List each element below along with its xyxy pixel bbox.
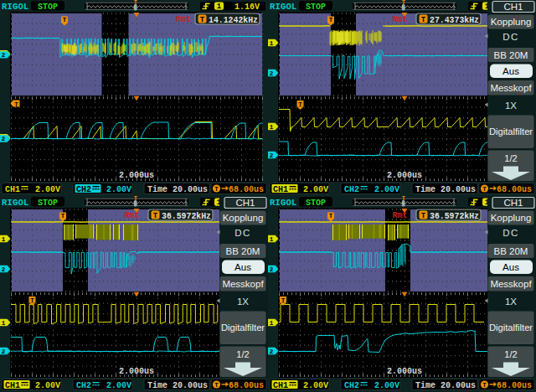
svg-text:CH1: CH1 — [273, 381, 288, 390]
svg-text:T: T — [63, 17, 67, 23]
svg-text:2.00V: 2.00V — [106, 185, 131, 194]
svg-text:1: 1 — [270, 40, 274, 47]
svg-text:68.00us: 68.00us — [497, 381, 532, 390]
svg-text:2: 2 — [270, 348, 274, 355]
svg-text:CH1: CH1 — [5, 381, 20, 390]
svg-text:2: 2 — [2, 136, 6, 142]
svg-text:T: T — [30, 297, 34, 304]
svg-text:2.000us: 2.000us — [387, 171, 422, 180]
svg-text:2.00V: 2.00V — [106, 381, 131, 390]
svg-text:Kopplung: Kopplung — [491, 17, 532, 27]
svg-text:Aus: Aus — [502, 262, 519, 272]
svg-text:T: T — [298, 101, 302, 108]
svg-text:2.000us: 2.000us — [119, 171, 154, 180]
svg-text:Kopplung: Kopplung — [223, 213, 264, 223]
svg-text:Messkopf: Messkopf — [222, 279, 264, 289]
svg-text:CH1: CH1 — [5, 185, 20, 194]
svg-text:1: 1 — [217, 3, 222, 11]
svg-text:Time 20.00us: Time 20.00us — [415, 185, 476, 194]
svg-text:2.000us: 2.000us — [387, 367, 422, 376]
svg-text:BB 20M: BB 20M — [494, 246, 528, 256]
svg-text:T: T — [281, 297, 286, 304]
svg-text:T: T — [134, 196, 137, 202]
svg-text:T: T — [421, 212, 426, 220]
svg-text:Rmt: Rmt — [393, 211, 408, 220]
svg-text:Time 20.00us: Time 20.00us — [147, 185, 208, 194]
svg-text:2.00V: 2.00V — [303, 185, 328, 194]
svg-text:T: T — [214, 382, 219, 389]
svg-text:CH1: CH1 — [235, 198, 255, 208]
svg-text:2.00V: 2.00V — [374, 381, 399, 390]
svg-text:1X: 1X — [237, 297, 249, 307]
svg-text:CH1: CH1 — [503, 2, 523, 12]
svg-text:2.00V: 2.00V — [35, 185, 60, 194]
svg-text:T: T — [329, 17, 333, 23]
svg-text:RIGOL: RIGOL — [2, 2, 29, 12]
svg-text:T: T — [329, 213, 333, 219]
svg-text:Digitalfilter: Digitalfilter — [489, 322, 533, 333]
svg-text:Messkopf: Messkopf — [490, 83, 532, 93]
svg-text:T: T — [14, 101, 18, 108]
svg-text:Aus: Aus — [502, 66, 519, 76]
svg-text:1: 1 — [2, 236, 6, 243]
svg-text:68.00us: 68.00us — [229, 185, 264, 194]
svg-text:1: 1 — [270, 236, 274, 243]
svg-text:BB 20M: BB 20M — [226, 246, 260, 256]
svg-text:RIGOL: RIGOL — [270, 2, 297, 12]
svg-text:2: 2 — [2, 348, 6, 355]
svg-text:1/2: 1/2 — [236, 349, 249, 359]
svg-text:T: T — [214, 186, 219, 193]
svg-text:1: 1 — [2, 320, 6, 327]
svg-text:2: 2 — [270, 152, 274, 159]
svg-text:DC: DC — [502, 228, 519, 238]
svg-text:1/2: 1/2 — [504, 153, 517, 163]
svg-text:CH2: CH2 — [76, 381, 91, 390]
svg-text:Kopplung: Kopplung — [491, 213, 532, 223]
svg-text:2: 2 — [2, 266, 6, 273]
svg-text:2: 2 — [2, 52, 6, 59]
svg-text:T: T — [61, 213, 65, 219]
svg-text:STOP: STOP — [306, 3, 326, 12]
svg-text:CH2: CH2 — [76, 185, 91, 194]
svg-text:27.4373kHz: 27.4373kHz — [430, 14, 479, 25]
svg-text:36.5972kHz: 36.5972kHz — [162, 210, 211, 221]
svg-text:2.00V: 2.00V — [374, 185, 399, 194]
svg-text:Rmt: Rmt — [125, 211, 140, 220]
svg-text:DC: DC — [502, 32, 519, 42]
svg-text:STOP: STOP — [38, 3, 58, 12]
svg-text:BB 20M: BB 20M — [494, 50, 528, 60]
svg-text:Digitalfilter: Digitalfilter — [221, 322, 265, 333]
svg-text:T: T — [153, 212, 158, 220]
svg-text:DC: DC — [234, 228, 251, 238]
svg-text:1.16V: 1.16V — [234, 3, 260, 12]
svg-text:1/2: 1/2 — [504, 349, 517, 359]
svg-text:STOP: STOP — [38, 199, 58, 208]
svg-text:Messkopf: Messkopf — [490, 279, 532, 289]
svg-text:T: T — [482, 382, 487, 389]
svg-text:T: T — [200, 16, 205, 24]
svg-text:Rmt: Rmt — [176, 15, 191, 24]
svg-text:CH2: CH2 — [344, 381, 359, 390]
svg-text:68.00us: 68.00us — [497, 185, 532, 194]
svg-text:T: T — [134, 0, 137, 6]
svg-text:2.000us: 2.000us — [119, 367, 154, 376]
svg-text:1: 1 — [270, 320, 274, 327]
svg-text:T: T — [482, 186, 487, 193]
svg-text:2: 2 — [270, 266, 274, 273]
svg-text:36.5972kHz: 36.5972kHz — [430, 210, 479, 221]
svg-text:2: 2 — [270, 70, 274, 77]
svg-text:Digitalfilter: Digitalfilter — [489, 126, 533, 137]
svg-text:2.00V: 2.00V — [35, 381, 60, 390]
svg-text:Time 20.00us: Time 20.00us — [147, 381, 208, 390]
svg-text:1: 1 — [270, 124, 274, 131]
svg-text:68.00us: 68.00us — [229, 381, 264, 390]
svg-text:Rmt: Rmt — [393, 15, 408, 24]
svg-text:T: T — [402, 196, 405, 202]
svg-text:STOP: STOP — [306, 199, 326, 208]
svg-text:1X: 1X — [505, 101, 517, 111]
svg-text:T: T — [421, 16, 426, 24]
svg-text:RIGOL: RIGOL — [270, 198, 297, 208]
svg-text:RIGOL: RIGOL — [2, 198, 29, 208]
svg-text:Aus: Aus — [234, 262, 251, 272]
svg-text:1X: 1X — [505, 297, 517, 307]
